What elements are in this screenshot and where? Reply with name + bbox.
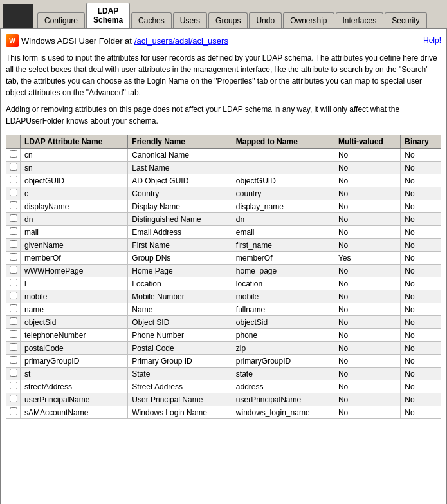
- row-ldap-attr: sAMAccountName: [21, 406, 128, 419]
- row-checkbox[interactable]: [10, 150, 17, 158]
- row-multi-valued: No: [334, 368, 400, 380]
- row-mapped-name: address: [232, 380, 334, 393]
- row-ldap-attr: c: [21, 187, 128, 200]
- table-row: cnCanonical NameNoNo: [6, 149, 441, 162]
- row-checkbox[interactable]: [10, 304, 17, 312]
- table-row: cCountrycountryNoNo: [6, 187, 441, 200]
- table-row: displayNameDisplay Namedisplay_nameNoNo: [6, 200, 441, 213]
- row-checkbox[interactable]: [10, 266, 17, 274]
- row-mapped-name: [232, 162, 334, 174]
- row-checkbox[interactable]: [10, 356, 17, 364]
- table-row: mailEmail AddressemailNoNo: [6, 226, 441, 239]
- row-checkbox-cell: [6, 162, 21, 174]
- path-link[interactable]: /acl_users/adsi/acl_users: [134, 36, 228, 46]
- row-checkbox[interactable]: [10, 201, 17, 209]
- path-prefix: Windows ADSI User Folder at: [21, 36, 132, 46]
- top-navigation: Configure LDAPSchema Caches Users Groups…: [0, 0, 447, 28]
- row-binary: No: [401, 226, 441, 239]
- row-binary: No: [401, 162, 441, 174]
- row-binary: No: [401, 380, 441, 393]
- row-ldap-attr: userPrincipalName: [21, 393, 128, 406]
- table-row: snLast NameNoNo: [6, 162, 441, 174]
- row-multi-valued: No: [334, 174, 400, 187]
- row-checkbox-cell: [6, 380, 21, 393]
- row-multi-valued: No: [334, 380, 400, 393]
- row-binary: No: [401, 393, 441, 406]
- tab-security[interactable]: Security: [385, 12, 426, 28]
- row-binary: No: [401, 406, 441, 419]
- row-checkbox[interactable]: [10, 317, 17, 325]
- row-ldap-attr: l: [21, 277, 128, 290]
- attributes-table: LDAP Attribute Name Friendly Name Mapped…: [6, 135, 441, 419]
- tab-users[interactable]: Users: [173, 12, 207, 28]
- tab-ldap-schema[interactable]: LDAPSchema: [86, 3, 130, 28]
- main-content: W Windows ADSI User Folder at /acl_users…: [0, 28, 447, 504]
- row-binary: No: [401, 213, 441, 226]
- row-checkbox-cell: [6, 226, 21, 239]
- row-mapped-name: home_page: [232, 265, 334, 277]
- row-checkbox-cell: [6, 277, 21, 290]
- row-friendly-name: Home Page: [128, 265, 232, 277]
- row-checkbox[interactable]: [10, 343, 17, 351]
- row-friendly-name: Object SID: [128, 316, 232, 329]
- row-checkbox[interactable]: [10, 330, 17, 338]
- row-checkbox[interactable]: [10, 227, 17, 235]
- table-row: dnDistinguished NamednNoNo: [6, 213, 441, 226]
- row-binary: No: [401, 355, 441, 368]
- row-checkbox[interactable]: [10, 253, 17, 261]
- row-multi-valued: No: [334, 187, 400, 200]
- row-multi-valued: No: [334, 149, 400, 162]
- row-multi-valued: No: [334, 213, 400, 226]
- table-row: givenNameFirst Namefirst_nameNoNo: [6, 239, 441, 252]
- row-multi-valued: No: [334, 200, 400, 213]
- tab-groups[interactable]: Groups: [208, 12, 248, 28]
- row-friendly-name: Mobile Number: [128, 290, 232, 303]
- row-checkbox-cell: [6, 239, 21, 252]
- tab-caches[interactable]: Caches: [131, 12, 172, 28]
- row-checkbox[interactable]: [10, 292, 17, 299]
- row-binary: No: [401, 187, 441, 200]
- tab-undo[interactable]: Undo: [249, 12, 282, 28]
- row-checkbox-cell: [6, 213, 21, 226]
- row-binary: No: [401, 342, 441, 355]
- tab-configure[interactable]: Configure: [37, 12, 85, 28]
- row-multi-valued: No: [334, 329, 400, 342]
- row-friendly-name: Postal Code: [128, 342, 232, 355]
- row-multi-valued: No: [334, 265, 400, 277]
- table-row: wWWHomePageHome Pagehome_pageNoNo: [6, 265, 441, 277]
- row-mapped-name: userPrincipalName: [232, 393, 334, 406]
- help-link[interactable]: Help!: [423, 36, 441, 45]
- row-checkbox[interactable]: [10, 382, 17, 389]
- col-header-friendly: Friendly Name: [128, 135, 232, 149]
- table-row: nameNamefullnameNoNo: [6, 303, 441, 316]
- row-checkbox[interactable]: [10, 369, 17, 377]
- row-checkbox[interactable]: [10, 214, 17, 222]
- row-binary: No: [401, 329, 441, 342]
- row-binary: No: [401, 303, 441, 316]
- row-checkbox[interactable]: [10, 176, 17, 183]
- row-ldap-attr: objectSid: [21, 316, 128, 329]
- tab-ownership[interactable]: Ownership: [283, 12, 334, 28]
- row-checkbox[interactable]: [10, 163, 17, 171]
- row-checkbox-cell: [6, 200, 21, 213]
- table-row: mobileMobile NumbermobileNoNo: [6, 290, 441, 303]
- row-checkbox[interactable]: [10, 240, 17, 248]
- tab-interfaces[interactable]: Interfaces: [336, 12, 384, 28]
- row-ldap-attr: name: [21, 303, 128, 316]
- row-checkbox[interactable]: [10, 407, 17, 415]
- row-mapped-name: first_name: [232, 239, 334, 252]
- row-checkbox[interactable]: [10, 395, 17, 402]
- row-checkbox-cell: [6, 290, 21, 303]
- row-checkbox-cell: [6, 393, 21, 406]
- table-row: objectSidObject SIDobjectSidNoNo: [6, 316, 441, 329]
- row-multi-valued: Yes: [334, 252, 400, 265]
- row-ldap-attr: streetAddress: [21, 380, 128, 393]
- row-friendly-name: Windows Login Name: [128, 406, 232, 419]
- row-checkbox[interactable]: [10, 189, 17, 196]
- row-mapped-name: location: [232, 277, 334, 290]
- row-checkbox-cell: [6, 342, 21, 355]
- row-checkbox[interactable]: [10, 279, 17, 286]
- table-row: lLocationlocationNoNo: [6, 277, 441, 290]
- app-logo: [3, 4, 33, 28]
- col-header-multi: Multi-valued: [334, 135, 400, 149]
